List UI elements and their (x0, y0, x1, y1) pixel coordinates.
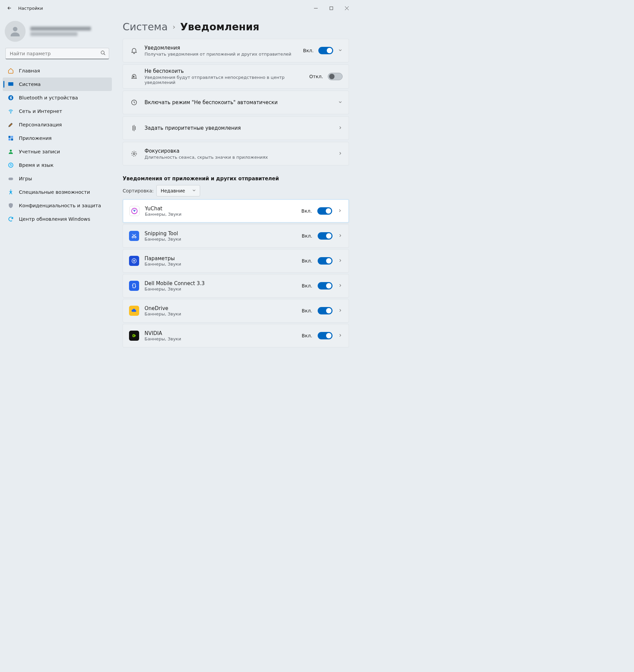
nav-windows-update[interactable]: Центр обновления Windows (3, 212, 112, 226)
toggle-state: Вкл. (301, 208, 312, 214)
profile-block[interactable] (3, 19, 112, 48)
chevron-down-icon[interactable] (338, 48, 343, 54)
app-name: Dell Mobile Connect 3.3 (145, 280, 296, 286)
svg-rect-6 (8, 136, 10, 138)
focus-icon (130, 149, 139, 158)
nav-home[interactable]: Главная (3, 64, 112, 77)
svg-point-19 (132, 237, 134, 238)
nav-list: Главная Система Bluetooth и устройства С… (3, 64, 112, 226)
app-toggle[interactable] (318, 307, 333, 314)
back-button[interactable] (3, 1, 16, 15)
app-name: OneDrive (145, 305, 296, 311)
chevron-right-icon[interactable] (338, 125, 343, 131)
chevron-right-icon[interactable] (338, 258, 343, 264)
svg-point-13 (10, 190, 11, 191)
card-sub: Получать уведомления от приложений и дру… (145, 52, 297, 56)
chevron-down-icon (192, 188, 196, 194)
accessibility-icon (7, 189, 14, 195)
clock-auto-icon (130, 98, 139, 107)
dnd-toggle[interactable] (328, 73, 343, 80)
close-button[interactable] (339, 3, 355, 14)
app-row-yuchat[interactable]: YuChat Баннеры, Звуки Вкл. (123, 199, 349, 223)
nav-accounts[interactable]: Учетные записи (3, 145, 112, 159)
nav-label: Bluetooth и устройства (19, 95, 78, 100)
app-toggle[interactable] (318, 232, 333, 240)
toggle-state: Вкл. (302, 308, 312, 313)
card-focus[interactable]: Фокусировка Длительность сеанса, скрыть … (123, 142, 349, 166)
svg-point-21 (133, 260, 135, 262)
nav-personalization[interactable]: Персонализация (3, 118, 112, 131)
maximize-button[interactable] (323, 3, 339, 14)
nav-gaming[interactable]: Игры (3, 172, 112, 185)
app-icon (129, 331, 139, 341)
update-icon (7, 216, 14, 222)
chevron-right-icon[interactable] (338, 333, 343, 339)
window-controls (308, 3, 355, 14)
app-icon (129, 281, 139, 291)
toggle-state: Откл. (309, 74, 323, 79)
svg-point-10 (10, 150, 12, 152)
svg-point-1 (13, 27, 17, 31)
app-row-nvidia[interactable]: NVIDIA Баннеры, Звуки Вкл. (123, 324, 349, 347)
breadcrumb-parent[interactable]: Система (123, 21, 168, 33)
card-dnd[interactable]: z Не беспокоить Уведомления будут отправ… (123, 64, 349, 89)
chevron-down-icon[interactable] (338, 99, 343, 106)
chevron-right-icon[interactable] (338, 151, 343, 157)
app-icon (129, 306, 139, 316)
app-icon (129, 206, 140, 216)
toggle-state: Вкл. (302, 258, 312, 264)
app-toggle[interactable] (317, 207, 332, 215)
gamepad-icon (7, 175, 14, 182)
nav-label: Игры (19, 176, 32, 181)
titlebar: Настройки (0, 0, 357, 16)
chevron-right-icon[interactable] (338, 283, 343, 289)
svg-point-17 (133, 153, 135, 155)
search-box[interactable] (5, 48, 109, 59)
app-toggle[interactable] (318, 257, 333, 265)
chevron-right-icon[interactable] (338, 233, 343, 239)
svg-point-5 (10, 113, 11, 114)
nav-accessibility[interactable]: Специальные возможности (3, 185, 112, 199)
app-row-snipping[interactable]: Snipping Tool Баннеры, Звуки Вкл. (123, 224, 349, 248)
nav-bluetooth[interactable]: Bluetooth и устройства (3, 91, 112, 104)
minimize-button[interactable] (308, 3, 323, 14)
nav-label: Учетные записи (19, 149, 60, 154)
app-row-dell[interactable]: Dell Mobile Connect 3.3 Баннеры, Звуки В… (123, 274, 349, 297)
svg-point-2 (101, 51, 104, 54)
nav-label: Главная (19, 68, 40, 73)
nav-label: Персонализация (19, 122, 62, 127)
app-row-settings[interactable]: Параметры Баннеры, Звуки Вкл. (123, 249, 349, 273)
app-sub: Баннеры, Звуки (145, 311, 296, 316)
nav-privacy[interactable]: Конфиденциальность и защита (3, 199, 112, 212)
app-toggle[interactable] (318, 282, 333, 289)
app-row-onedrive[interactable]: OneDrive Баннеры, Звуки Вкл. (123, 299, 349, 322)
search-input[interactable] (5, 48, 109, 59)
chevron-right-icon[interactable] (338, 308, 343, 314)
nav-apps[interactable]: Приложения (3, 131, 112, 145)
notifications-toggle[interactable] (318, 47, 333, 54)
window-title: Настройки (18, 6, 43, 11)
wifi-icon (7, 108, 14, 115)
nav-system[interactable]: Система (3, 77, 112, 91)
chevron-right-icon[interactable] (338, 208, 342, 214)
svg-point-16 (132, 151, 137, 157)
svg-rect-3 (8, 82, 14, 86)
nav-network[interactable]: Сеть и Интернет (3, 104, 112, 118)
toggle-state: Вкл. (302, 333, 312, 338)
breadcrumb: Система › Уведомления (123, 21, 349, 33)
page-title: Уведомления (180, 21, 260, 33)
card-title: Не беспокоить (145, 68, 303, 74)
app-icon (129, 231, 139, 241)
nav-time-language[interactable]: Время и язык (3, 159, 112, 172)
sort-value: Недавние (161, 188, 185, 193)
toggle-state: Вкл. (303, 48, 314, 53)
app-name: Snipping Tool (145, 231, 296, 237)
person-icon (7, 148, 14, 155)
app-toggle[interactable] (318, 332, 333, 339)
main-panel: Система › Уведомления Уведомления Получа… (115, 16, 357, 380)
card-auto-dnd[interactable]: Включать режим "Не беспокоить" автоматич… (123, 91, 349, 114)
card-notifications[interactable]: Уведомления Получать уведомления от прил… (123, 39, 349, 62)
sort-dropdown[interactable]: Недавние (156, 185, 200, 196)
card-priority[interactable]: Задать приоритетные уведомления (123, 116, 349, 140)
profile-text (30, 25, 91, 38)
